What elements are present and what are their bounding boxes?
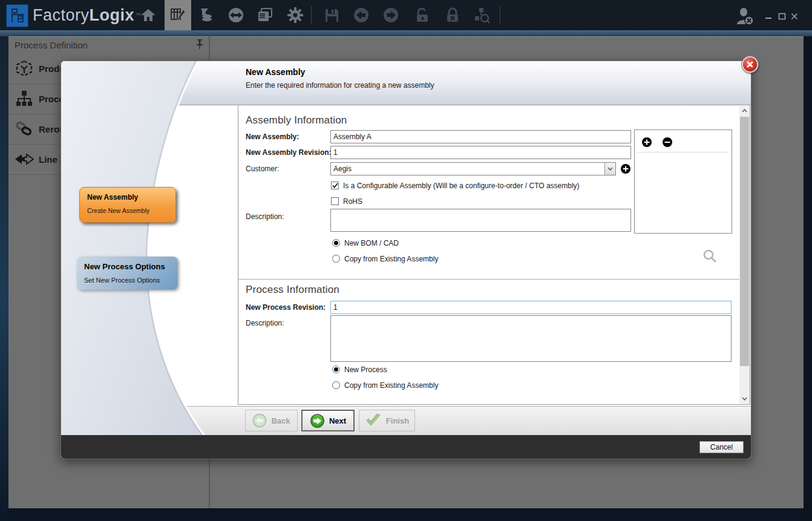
plus-icon [644,139,650,145]
next-button-label: Next [329,416,346,425]
process-description-label: Description: [246,319,284,327]
new-assembly-label: New Assembly: [246,133,299,141]
back-button[interactable]: Back [245,410,298,431]
new-process-radio[interactable] [332,365,340,373]
unlock-button[interactable] [409,0,436,30]
finish-check-icon [365,413,382,428]
back-arrow-icon [252,413,267,428]
process-definition-button[interactable] [165,0,191,30]
release-button[interactable] [193,0,220,30]
new-bom-radio[interactable] [332,239,340,247]
gear-icon [287,7,304,24]
scroll-down-button[interactable] [739,394,750,404]
assembly-description-textarea[interactable] [330,209,631,232]
cancel-button[interactable]: Cancel [699,441,744,453]
sync-button[interactable] [223,0,249,30]
accent-strip [0,30,812,36]
rohs-checkbox[interactable] [331,197,339,205]
finish-button[interactable]: Finish [359,410,415,431]
user-logout-icon [736,7,756,25]
audit-search-button[interactable] [469,0,496,30]
customer-combobox[interactable]: Aegis [330,162,616,175]
cancel-button-label: Cancel [710,443,733,451]
save-icon [324,8,339,23]
combo-dropdown-button[interactable] [604,163,615,175]
step-subtitle: Set New Process Options [84,277,171,284]
factorylogix-logo [6,4,28,27]
reports-button[interactable] [252,0,278,30]
radio-dot [334,367,338,372]
window-bottom-edge [8,508,804,521]
chevron-down-icon [607,167,613,171]
next-button[interactable]: Next [301,410,355,431]
process-section-heading: Process Information [246,284,339,296]
checkmark-icon [332,183,338,188]
process-description-textarea[interactable] [330,315,732,362]
factorylogix-window: FactoryLogix™ [0,0,812,521]
assembly-section-heading: Assembly Information [246,114,347,126]
process-copy-existing-label: Copy from Existing Assembly [344,381,438,390]
list-add-button[interactable] [642,137,652,147]
new-assembly-dialog: New Assembly Enter the required informat… [61,61,751,459]
copy-existing-assembly-label: Copy from Existing Assembly [344,255,438,263]
next-arrow-icon [310,413,325,428]
forward-circle-icon [382,7,399,24]
magnifier-icon [702,249,717,263]
maximize-button[interactable] [775,11,788,22]
titlebar: FactoryLogix™ [0,0,812,30]
process-copy-existing-radio[interactable] [332,381,340,389]
search-assembly-button[interactable] [702,249,717,266]
dialog-bottom-strip [61,435,751,459]
minus-icon [664,139,670,145]
dialog-title: New Assembly [246,67,305,77]
customer-value: Aegis [331,165,604,173]
new-process-label: New Process [344,365,387,374]
workbench-logo-icon [10,8,25,24]
new-assembly-revision-label: New Assembly Revision: [246,148,332,157]
wizard-step-new-process-options[interactable]: New Process Options Set New Process Opti… [77,257,178,290]
settings-button[interactable] [282,0,309,30]
close-x-icon [747,61,753,68]
pin-panel-button[interactable] [195,39,205,52]
close-window-button[interactable] [788,11,801,22]
unlock-icon [414,7,430,23]
wizard-side-panel [61,61,243,435]
back-button-label: Back [271,416,290,425]
maximize-icon [778,13,786,20]
report-pages-icon [257,7,273,24]
edit-grid-icon [170,7,186,23]
list-remove-button[interactable] [663,137,672,147]
back-nav-button[interactable] [348,0,375,30]
process-tree-icon [15,90,34,108]
scroll-up-button[interactable] [739,106,750,116]
copy-existing-assembly-radio[interactable] [332,255,340,263]
scrollbar-thumb[interactable] [740,117,749,366]
chevron-down-icon [742,397,747,401]
configurable-assembly-checkbox[interactable] [331,182,339,189]
configurable-assembly-label: Is a Configurable Assembly (Will be a co… [343,182,580,190]
new-assembly-revision-input[interactable] [330,146,631,159]
finish-button-label: Finish [386,416,409,425]
forward-nav-button[interactable] [378,0,404,30]
new-process-revision-label: New Process Revision: [246,303,326,312]
new-assembly-input[interactable] [330,130,631,143]
form-scrollbar[interactable] [739,106,750,404]
step-subtitle: Create New Assembly [87,207,168,214]
reroute-links-icon [15,120,34,138]
window-left-edge [0,36,8,521]
minimize-button[interactable] [762,11,775,22]
logout-user-button[interactable] [736,7,756,25]
dialog-close-button[interactable] [742,56,758,73]
new-process-revision-input[interactable] [330,301,732,314]
wizard-step-new-assembly[interactable]: New Assembly Create New Assembly [79,187,176,223]
toolbar-separator [311,6,312,24]
lock-deny-button[interactable] [439,0,466,30]
product-cube-icon [15,59,34,77]
add-customer-button[interactable] [621,164,630,174]
step-title: New Assembly [87,193,168,202]
release-package-icon [198,7,214,23]
section-divider [238,279,750,280]
minimize-icon [765,13,772,20]
save-button[interactable] [318,0,345,30]
home-button[interactable] [135,0,162,30]
